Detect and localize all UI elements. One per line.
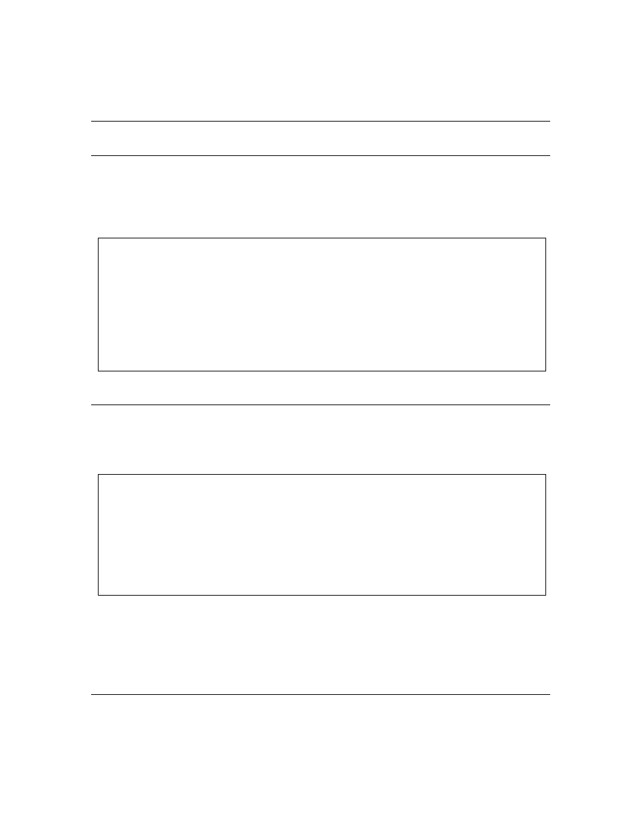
horizontal-rule-3 <box>91 405 550 405</box>
horizontal-rule-4 <box>91 694 550 695</box>
horizontal-rule-2 <box>91 155 550 156</box>
content-box-1 <box>98 238 546 371</box>
horizontal-rule-1 <box>91 121 550 122</box>
page <box>0 0 644 834</box>
content-box-2 <box>98 474 546 596</box>
